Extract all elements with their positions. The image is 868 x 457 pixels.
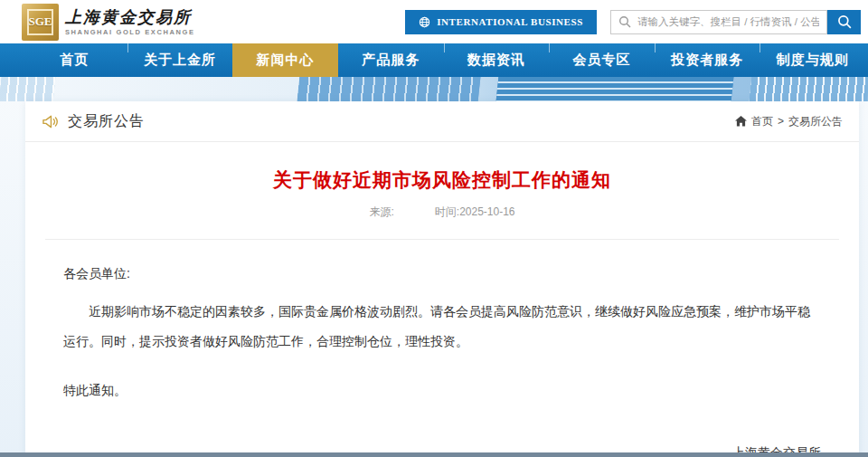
top-header: SGE 上海黄金交易所 SHANGHAI GOLD EXCHANGE INTER… [0, 0, 868, 43]
building-graphic [495, 77, 734, 101]
article-closing: 特此通知。 [63, 376, 821, 405]
breadcrumb: 首页 > 交易所公告 [735, 114, 843, 129]
international-business-button[interactable]: INTERNATIONAL BUSINESS [405, 10, 597, 34]
megaphone-icon [42, 114, 59, 129]
breadcrumb-home[interactable]: 首页 [751, 114, 773, 129]
article-meta: 来源: 时间:2025-10-16 [43, 205, 841, 220]
header-right: INTERNATIONAL BUSINESS [405, 10, 861, 34]
search-box [610, 10, 827, 34]
main-nav: 首页 关于上金所 新闻中心 产品服务 数据资讯 会员专区 投资者服务 制度与规则 [0, 43, 868, 77]
article-paragraph: 近期影响市场不稳定的因素较多，国际贵金属价格波动剧烈。请各会员提高风险防范意识，… [63, 297, 821, 357]
breadcrumb-current: 交易所公告 [788, 114, 843, 129]
section-title: 交易所公告 [68, 112, 145, 131]
nav-item-home[interactable]: 首页 [22, 43, 127, 77]
search-icon [618, 15, 631, 28]
nav-item-about[interactable]: 关于上金所 [127, 43, 233, 77]
logo-title-cn: 上海黄金交易所 [65, 8, 195, 26]
banner-image [0, 77, 868, 101]
search-submit-icon [837, 14, 852, 29]
sge-logo-badge-text: SGE [27, 9, 53, 35]
article-time: 时间:2025-10-16 [435, 205, 515, 220]
home-icon [735, 116, 747, 127]
logo-title-en: SHANGHAI GOLD EXCHANGE [65, 28, 195, 36]
search-input[interactable] [637, 16, 819, 27]
searchbar [610, 10, 861, 34]
sge-logo-badge-icon: SGE [22, 4, 59, 41]
article-salutation: 各会员单位: [63, 259, 821, 289]
article-source: 来源: [369, 205, 393, 220]
nav-item-members[interactable]: 会员专区 [549, 43, 655, 77]
announcement-card: 交易所公告 首页 > 交易所公告 关于做好近期市场风险控制工作的通知 来源: 时… [25, 101, 859, 457]
card-header: 交易所公告 首页 > 交易所公告 [25, 101, 859, 142]
sge-logo[interactable]: SGE 上海黄金交易所 SHANGHAI GOLD EXCHANGE [22, 4, 195, 41]
nav-item-investors[interactable]: 投资者服务 [655, 43, 760, 77]
footer-strip [0, 452, 868, 457]
article-body: 各会员单位: 近期影响市场不稳定的因素较多，国际贵金属价格波动剧烈。请各会员提高… [63, 259, 821, 405]
building-graphic [749, 77, 868, 101]
meta-divider [45, 239, 839, 240]
article-title: 关于做好近期市场风险控制工作的通知 [43, 167, 841, 193]
nav-item-products[interactable]: 产品服务 [338, 43, 444, 77]
search-submit-button[interactable] [827, 10, 861, 34]
globe-icon [419, 16, 430, 28]
nav-item-data[interactable]: 数据资讯 [444, 43, 550, 77]
breadcrumb-separator: > [778, 115, 784, 128]
nav-item-rules[interactable]: 制度与规则 [760, 43, 865, 77]
international-business-label: INTERNATIONAL BUSINESS [437, 16, 583, 27]
nav-item-news[interactable]: 新闻中心 [232, 43, 338, 77]
building-graphic [0, 77, 56, 101]
building-graphic [297, 77, 481, 101]
article: 关于做好近期市场风险控制工作的通知 来源: 时间:2025-10-16 各会员单… [25, 167, 859, 457]
logo-text: 上海黄金交易所 SHANGHAI GOLD EXCHANGE [65, 8, 195, 36]
